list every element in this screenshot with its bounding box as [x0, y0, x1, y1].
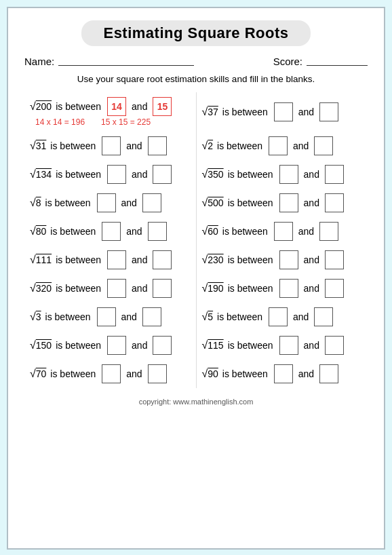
- right-problem-cell: √350 is between and: [196, 160, 368, 189]
- and-label: and: [304, 340, 319, 351]
- left-problem-cell: √8 is between and: [24, 189, 196, 217]
- answer-box-1[interactable]: [274, 364, 293, 383]
- answer-box-2[interactable]: [314, 136, 333, 155]
- answer-box-1[interactable]: [274, 222, 293, 241]
- table-row: √3 is between and √5 is between and: [24, 303, 368, 331]
- answer-box-1[interactable]: [102, 222, 121, 241]
- right-problem-cell: √90 is between and: [196, 360, 368, 388]
- answer-box-1[interactable]: 14: [107, 97, 126, 116]
- answer-box-2[interactable]: [319, 102, 338, 121]
- answer-box-1[interactable]: [274, 102, 293, 121]
- and-label: and: [304, 283, 319, 294]
- is-between-label: is between: [228, 283, 273, 294]
- table-row: √134 is between and √350 is between and: [24, 160, 368, 189]
- left-problem-cell: √3 is between and: [24, 303, 196, 331]
- hint-1: 14 x 14 = 196: [35, 117, 85, 127]
- left-problem-cell: √70 is between and: [24, 360, 196, 388]
- answer-box-1[interactable]: [279, 165, 298, 184]
- answer-box-2[interactable]: [319, 364, 338, 383]
- is-between-label: is between: [222, 368, 268, 379]
- and-label: and: [132, 254, 147, 265]
- answer-box-2[interactable]: [153, 250, 172, 269]
- answer-box-2[interactable]: 15: [153, 97, 172, 116]
- answer-box-2[interactable]: [142, 193, 161, 212]
- answer-box-2[interactable]: [325, 336, 344, 355]
- answer-box-2[interactable]: [325, 193, 344, 212]
- and-label: and: [298, 368, 314, 379]
- is-between-label: is between: [50, 140, 96, 151]
- answer-box-1[interactable]: [269, 307, 288, 326]
- radical-symbol: √230: [202, 254, 224, 266]
- radical-symbol: √5: [202, 311, 214, 323]
- radical-symbol: √190: [202, 282, 224, 294]
- title-wrapper: Estimating Square Roots: [24, 20, 368, 46]
- and-label: and: [132, 283, 147, 294]
- answer-box-2[interactable]: [325, 250, 344, 269]
- answer-box-1[interactable]: [107, 279, 126, 298]
- and-label: and: [126, 226, 142, 237]
- answer-box-2[interactable]: [314, 307, 333, 326]
- table-row: √111 is between and √230 is between and: [24, 246, 368, 274]
- is-between-label: is between: [222, 226, 268, 237]
- answer-box-2[interactable]: [148, 364, 167, 383]
- and-label: and: [304, 197, 319, 208]
- answer-box-1[interactable]: [97, 307, 116, 326]
- radical-symbol: √150: [30, 339, 52, 351]
- right-problem-cell: √60 is between and: [196, 217, 368, 246]
- and-label: and: [132, 340, 147, 351]
- answer-box-1[interactable]: [97, 193, 116, 212]
- answer-box-1[interactable]: [269, 136, 288, 155]
- and-label: and: [121, 311, 137, 322]
- and-label: and: [298, 107, 314, 117]
- table-row: √70 is between and √90 is between and: [24, 360, 368, 388]
- radical-symbol: √31: [30, 140, 46, 152]
- answer-box-1[interactable]: [279, 250, 298, 269]
- copyright-text: copyright: www.mathinenglish.com: [24, 398, 368, 406]
- is-between-label: is between: [56, 340, 101, 351]
- and-label: and: [132, 169, 147, 180]
- answer-box-2[interactable]: [142, 307, 161, 326]
- left-problem-cell: √111 is between and: [24, 246, 196, 274]
- radical-symbol: √115: [202, 339, 224, 351]
- answer-box-2[interactable]: [325, 279, 344, 298]
- and-label: and: [126, 140, 142, 151]
- and-label: and: [132, 101, 147, 112]
- answer-box-2[interactable]: [325, 165, 344, 184]
- answer-box-1[interactable]: [102, 364, 121, 383]
- score-label: Score:: [273, 56, 302, 67]
- is-between-label: is between: [50, 226, 96, 237]
- answer-box-2[interactable]: [148, 136, 167, 155]
- answer-box-1[interactable]: [102, 136, 121, 155]
- hint-2: 15 x 15 = 225: [101, 117, 151, 127]
- score-underline: [307, 65, 368, 66]
- answer-box-2[interactable]: [153, 279, 172, 298]
- table-row: √320 is between and √190 is between and: [24, 274, 368, 303]
- problems-table: √200 is between 14 and 15 14 x 14 = 196 …: [24, 92, 368, 388]
- and-label: and: [298, 226, 314, 237]
- radical-symbol: √80: [30, 225, 46, 237]
- table-row: √31 is between and √2 is between and: [24, 132, 368, 160]
- is-between-label: is between: [56, 169, 101, 180]
- radical-symbol: √8: [30, 197, 41, 209]
- answer-box-1[interactable]: [279, 193, 298, 212]
- and-label: and: [293, 311, 309, 322]
- answer-box-2[interactable]: [153, 336, 172, 355]
- and-label: and: [304, 169, 319, 180]
- and-label: and: [293, 140, 309, 151]
- answer-box-1[interactable]: [107, 165, 126, 184]
- is-between-label: is between: [45, 311, 91, 322]
- answer-box-1[interactable]: [279, 336, 298, 355]
- table-row: √80 is between and √60 is between and: [24, 217, 368, 246]
- and-label: and: [304, 254, 319, 265]
- answer-box-2[interactable]: [319, 222, 338, 241]
- answer-box-1[interactable]: [279, 279, 298, 298]
- answer-box-2[interactable]: [148, 222, 167, 241]
- is-between-label: is between: [56, 283, 101, 294]
- answer-box-2[interactable]: [153, 165, 172, 184]
- is-between-label: is between: [228, 340, 273, 351]
- answer-box-1[interactable]: [107, 336, 126, 355]
- left-problem-cell: √31 is between and: [24, 132, 196, 160]
- and-label: and: [121, 197, 137, 208]
- right-problem-cell: √500 is between and: [196, 189, 368, 217]
- answer-box-1[interactable]: [107, 250, 126, 269]
